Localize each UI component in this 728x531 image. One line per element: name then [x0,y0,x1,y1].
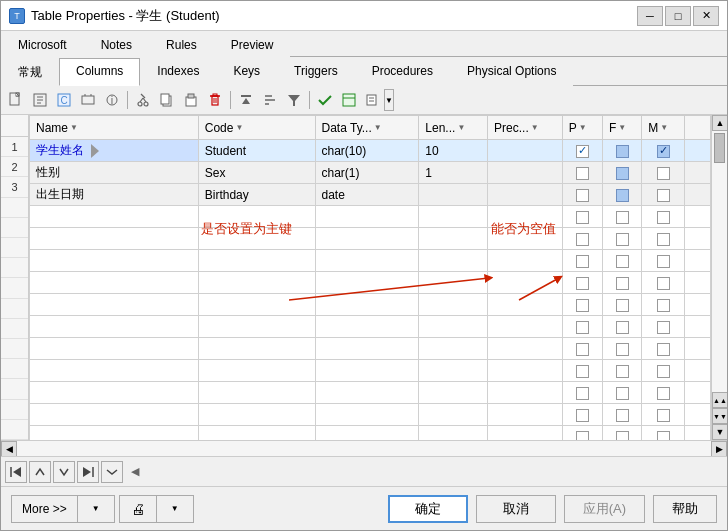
checkbox-m-2[interactable] [657,167,670,180]
toolbar-btn-1[interactable] [5,89,27,111]
cb-empty[interactable] [576,277,589,290]
toolbar-btn-2[interactable] [29,89,51,111]
checkbox-f-2[interactable] [616,167,629,180]
cb-empty[interactable] [657,233,670,246]
cell-code-1[interactable]: Student [198,140,315,162]
cb-empty[interactable] [657,299,670,312]
cb-empty[interactable] [576,387,589,400]
tab-columns[interactable]: Columns [59,58,140,86]
checkbox-p-1[interactable] [576,145,589,158]
tab-indexes[interactable]: Indexes [140,58,216,86]
tab-physical[interactable]: Physical Options [450,58,573,86]
table-row[interactable]: 性别 Sex char(1) 1 [30,162,711,184]
tab-preview[interactable]: Preview [214,32,291,57]
table-container[interactable]: Name ▼ Code ▼ [29,115,711,440]
minimize-button[interactable]: ─ [637,6,663,26]
tab-keys[interactable]: Keys [216,58,277,86]
tab-notes[interactable]: Notes [84,32,149,57]
tab-general[interactable]: 常规 [1,58,59,86]
cb-empty[interactable] [657,365,670,378]
row-num-2[interactable]: 2 [1,157,28,177]
scroll-down-button[interactable]: ▼ [712,424,727,440]
cell-m-3[interactable] [642,184,685,206]
cb-empty[interactable] [616,343,629,356]
col-header-length[interactable]: Len... ▼ [419,116,488,140]
cell-p-2[interactable] [562,162,602,184]
cb-empty[interactable] [616,299,629,312]
cell-datatype-3[interactable]: date [315,184,419,206]
cb-empty[interactable] [657,343,670,356]
print-dropdown-button[interactable]: ▼ [156,495,194,523]
toolbar-filter[interactable] [283,89,305,111]
row-num-1[interactable]: 1 [1,137,28,157]
table-row-empty[interactable] [30,382,711,404]
cell-f-2[interactable] [602,162,641,184]
table-row[interactable]: 出生日期 Birthday date [30,184,711,206]
tab-procedures[interactable]: Procedures [355,58,450,86]
confirm-button[interactable]: 确定 [388,495,468,523]
cb-empty[interactable] [657,321,670,334]
row-num-3[interactable]: 3 [1,177,28,197]
checkbox-m-1[interactable] [657,145,670,158]
cb-empty[interactable] [657,255,670,268]
cell-f-3[interactable] [602,184,641,206]
toolbar-btn-4[interactable] [77,89,99,111]
toolbar-btn-3[interactable]: C [53,89,75,111]
table-row-empty[interactable] [30,426,711,441]
scrollbar-vertical[interactable]: ▲ ▲▲ ▼▼ ▼ [711,115,727,440]
cell-m-2[interactable] [642,162,685,184]
apply-button[interactable]: 应用(A) [564,495,645,523]
table-row-empty[interactable] [30,228,711,250]
move-up-button[interactable] [29,461,51,483]
tab-triggers[interactable]: Triggers [277,58,355,86]
more-button[interactable]: More >> [11,495,77,523]
table-row-empty[interactable] [30,316,711,338]
move-last-button[interactable] [77,461,99,483]
col-header-name[interactable]: Name ▼ [30,116,199,140]
toolbar-paste[interactable] [180,89,202,111]
scroll-thumb-v[interactable] [714,133,725,163]
scroll-page-down-button[interactable]: ▼▼ [712,408,727,424]
table-row-empty[interactable] [30,404,711,426]
cb-empty[interactable] [576,255,589,268]
cell-prec-2[interactable] [488,162,563,184]
toolbar-dropdown-arrow[interactable]: ▼ [384,89,394,111]
toolbar-cut[interactable] [132,89,154,111]
table-row-empty[interactable] [30,338,711,360]
toolbar-move-up[interactable] [235,89,257,111]
toolbar-delete[interactable] [204,89,226,111]
more-dropdown-button[interactable]: ▼ [77,495,115,523]
cb-empty[interactable] [616,387,629,400]
cb-empty[interactable] [576,343,589,356]
scroll-page-up-button[interactable]: ▲▲ [712,392,727,408]
cb-empty[interactable] [657,387,670,400]
cell-code-2[interactable]: Sex [198,162,315,184]
toolbar-btn-5[interactable]: i [101,89,123,111]
help-button[interactable]: 帮助 [653,495,717,523]
table-row-empty[interactable] [30,206,711,228]
cb-empty[interactable] [616,321,629,334]
cb-empty[interactable] [616,365,629,378]
checkbox-f-1[interactable] [616,145,629,158]
cell-name-3[interactable]: 出生日期 [30,184,199,206]
scroll-left-button[interactable]: ◀ [1,441,17,457]
checkbox-p-2[interactable] [576,167,589,180]
tab-rules[interactable]: Rules [149,32,214,57]
cb-empty[interactable] [657,431,670,440]
toolbar-info[interactable] [338,89,360,111]
cell-length-2[interactable]: 1 [419,162,488,184]
cb-empty[interactable] [616,255,629,268]
scroll-right-button[interactable]: ▶ [711,441,727,457]
scroll-up-button[interactable]: ▲ [712,115,727,131]
table-row-empty[interactable] [30,294,711,316]
tab-microsoft[interactable]: Microsoft [1,32,84,57]
toolbar-sort[interactable] [259,89,281,111]
cb-empty[interactable] [616,211,629,224]
col-header-m[interactable]: M ▼ [642,116,685,140]
cell-p-1[interactable] [562,140,602,162]
cb-empty[interactable] [576,211,589,224]
table-row-empty[interactable] [30,360,711,382]
checkbox-m-3[interactable] [657,189,670,202]
col-header-datatype[interactable]: Data Ty... ▼ [315,116,419,140]
move-down-button[interactable] [53,461,75,483]
